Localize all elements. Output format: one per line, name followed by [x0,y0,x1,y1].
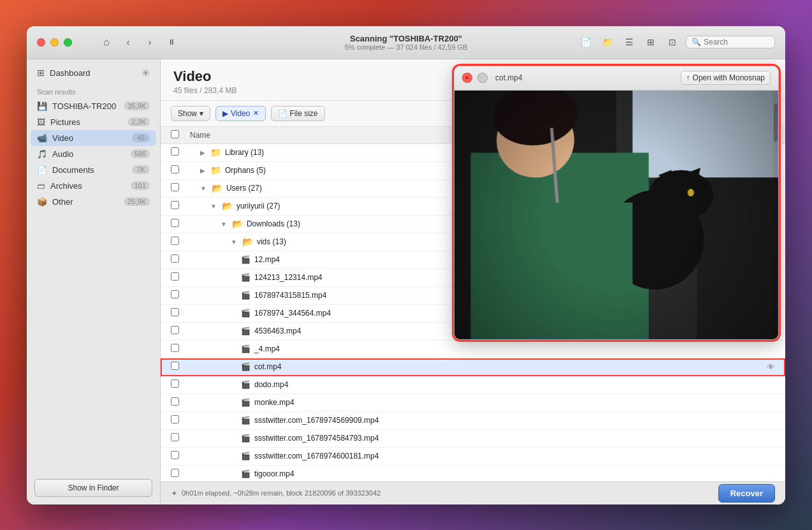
file-video-icon: 🎬 [241,291,250,300]
row-checkbox[interactable] [171,183,179,191]
row-checkbox[interactable] [171,165,179,173]
audio-icon: 🎵 [37,149,47,159]
preview-titlebar: ✕ cot.mp4 ↑ Open with Monosnap [454,66,778,91]
sidebar-item-label: Documents [52,165,127,175]
sidebar-item-badge: 25,9K [124,197,150,206]
select-all-checkbox[interactable] [171,130,179,138]
folder-icon: 📁 [210,147,221,158]
expand-arrow-icon[interactable]: ▶ [200,149,205,156]
split-view-icon[interactable]: ⊡ [664,35,681,49]
row-checkbox[interactable] [171,237,179,245]
row-checkbox[interactable] [171,290,179,298]
sidebar-item-toshiba[interactable]: 💾 TOSHIBA-TR200 35,9K [27,98,160,114]
sidebar-item-label: Audio [52,149,126,159]
row-checkbox[interactable] [171,397,179,406]
row-checkbox[interactable] [171,219,179,227]
app-window: ⌂ ‹ › ⏸ Scanning "TOSHIBA-TR200" 5% comp… [27,26,785,504]
new-file-icon[interactable]: 📄 [577,35,594,49]
search-box[interactable]: 🔍 [686,36,775,48]
file-name: tigooor.mp4 [254,469,294,478]
table-row-cot[interactable]: 🎬 cot.mp4 👁 [161,358,785,376]
table-row[interactable]: 🎬 tigooor.mp4 [161,466,785,482]
file-name: Library (13) [225,148,264,157]
expand-down-arrow-icon[interactable]: ▼ [221,221,227,228]
recover-button[interactable]: Recover [718,484,775,503]
row-checkbox[interactable] [171,415,179,423]
sidebar-item-documents[interactable]: 📄 Documents 7K [27,162,160,178]
folder-icon: 📁 [210,165,221,175]
file-name: vids (13) [257,237,286,246]
table-row[interactable]: 🎬 dodo.mp4 [161,376,785,394]
row-checkbox[interactable] [171,362,179,370]
sidebar-item-badge: 45 [132,133,150,142]
show-button[interactable]: Show ▾ [171,106,210,121]
video-filter-label: Video [231,109,250,118]
folder-open-icon: 📂 [242,237,253,247]
file-name: dodo.mp4 [254,380,288,389]
sidebar-item-archives[interactable]: 🗃 Archives 101 [27,178,160,194]
show-in-finder-button[interactable]: Show in Finder [34,479,152,497]
expand-down-arrow-icon[interactable]: ▼ [231,239,237,246]
preview-close-button[interactable]: ✕ [462,73,472,83]
row-checkbox[interactable] [171,308,179,316]
preview-pip-button[interactable] [477,73,488,83]
video-filter-remove-icon[interactable]: ✕ [253,109,259,117]
table-row[interactable]: 🎬 monke.mp4 [161,394,785,412]
row-checkbox[interactable] [171,272,179,281]
sidebar-item-label: Other [52,197,119,207]
sidebar-item-video[interactable]: 📹 Video 45 [31,130,156,146]
row-checkbox[interactable] [171,379,179,388]
file-video-icon: 🎬 [241,362,250,371]
expand-down-arrow-icon[interactable]: ▼ [210,203,217,210]
video-filter-icon: ▶ [222,109,228,118]
list-view-icon[interactable]: ☰ [621,35,637,49]
maximize-button[interactable] [64,38,72,47]
archives-icon: 🗃 [37,181,45,191]
table-row[interactable]: 🎬 ssstwitter.com_1678974569909.mp4 [161,412,785,430]
row-checkbox[interactable] [171,201,179,209]
minimize-button[interactable] [50,38,59,47]
table-row[interactable]: 🎬 ssstwitter.com_1678974584793.mp4 [161,430,785,448]
row-checkbox[interactable] [171,469,179,477]
content-area: Video 45 files / 283,4 MB Show ▾ ▶ Video… [161,59,785,504]
sidebar-item-audio[interactable]: 🎵 Audio 586 [27,146,160,162]
table-row[interactable]: 🎬 ssstwitter.com_1678974600181.mp4 [161,448,785,466]
pause-button[interactable]: ⏸ [163,35,180,49]
dashboard-button[interactable]: ⊞ Dashboard [37,68,91,78]
sidebar-item-pictures[interactable]: 🖼 Pictures 2,3K [27,114,160,130]
sidebar-item-other[interactable]: 📦 Other 25,9K [27,194,160,210]
file-name: ssstwitter.com_1678974569909.mp4 [254,416,379,425]
preview-filename: cot.mp4 [495,73,676,82]
preview-open-with-button[interactable]: ↑ Open with Monosnap [681,71,771,85]
row-checkbox[interactable] [171,254,179,263]
file-video-icon: 🎬 [241,434,250,443]
table-row[interactable]: 🎬 _4.mp4 [161,341,785,358]
row-checkbox[interactable] [171,326,179,334]
home-button[interactable]: ⌂ [98,35,115,49]
video-filter-button[interactable]: ▶ Video ✕ [215,106,265,121]
loading-spinner: ✳ [141,67,150,79]
file-size-button[interactable]: 📄 File size [271,106,325,121]
search-input[interactable] [704,38,769,47]
dashboard-label: Dashboard [50,68,91,78]
row-checkbox[interactable] [171,451,179,459]
show-chevron-icon: ▾ [199,109,203,118]
row-checkbox[interactable] [171,433,179,441]
file-name: 124213_12314.mp4 [254,273,323,282]
file-name: monke.mp4 [254,398,294,407]
grid-view-icon[interactable]: ⊞ [642,35,659,49]
toshiba-icon: 💾 [37,101,47,111]
folder-open-icon: 📂 [232,219,243,229]
status-bar: ✦ 0h01m elapsed, ~0h28m remain, block 21… [161,482,785,504]
row-checkbox[interactable] [171,344,179,352]
folder-icon[interactable]: 📁 [599,35,616,49]
expand-arrow-icon[interactable]: ▶ [200,167,205,174]
preview-eye-icon: 👁 [767,362,775,372]
expand-down-arrow-icon[interactable]: ▼ [200,185,207,192]
back-button[interactable]: ‹ [119,35,137,49]
close-button[interactable] [37,38,45,47]
forward-button[interactable]: › [141,35,159,49]
pictures-icon: 🖼 [37,117,45,127]
scrollbar-thumb[interactable] [774,103,778,142]
row-checkbox[interactable] [171,147,179,156]
